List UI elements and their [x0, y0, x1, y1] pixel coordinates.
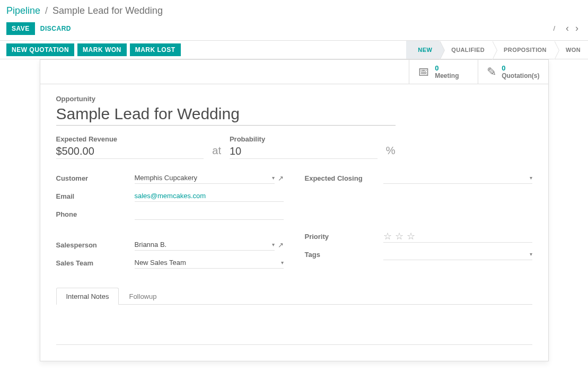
status-bar: NEW QUOTATION MARK WON MARK LOST NEW QUA… [0, 40, 588, 59]
opportunity-label: Opportunity [56, 95, 532, 103]
chevron-down-icon[interactable]: ▾ [272, 175, 275, 181]
priority-field: ☆ ☆ ☆ [383, 230, 532, 243]
phone-field[interactable] [135, 208, 284, 220]
salesperson-field[interactable]: Brianna B. ▾ [135, 239, 275, 251]
salesteam-field[interactable]: New Sales Team ▾ [135, 257, 284, 269]
email-field[interactable]: sales@memcakes.com [135, 190, 284, 202]
salesperson-label: Salesperson [56, 241, 135, 249]
save-button[interactable]: SAVE [6, 22, 35, 35]
stage-new[interactable]: NEW [406, 41, 440, 59]
stat-quotations-count: 0 [502, 64, 539, 72]
tab-followup[interactable]: Followup [119, 288, 166, 305]
pager-separator: / [551, 24, 557, 32]
phone-label: Phone [56, 210, 135, 218]
pager-prev-icon[interactable]: ‹ [563, 22, 572, 35]
star-3-icon[interactable]: ☆ [407, 230, 415, 242]
stat-meeting-label: Meeting [435, 72, 459, 79]
chevron-down-icon[interactable]: ▾ [272, 242, 275, 247]
customer-field[interactable]: Memphis Cupcakery ▾ [135, 172, 275, 184]
stat-meeting-button[interactable]: 📅︎ 0 Meeting [409, 60, 478, 84]
email-value: sales@memcakes.com [135, 192, 206, 200]
mark-lost-button[interactable]: MARK LOST [130, 43, 181, 56]
expected-revenue-input[interactable] [56, 145, 204, 159]
breadcrumb: Pipeline / Sample Lead for Wedding [0, 0, 588, 20]
probability-label: Probability [230, 135, 378, 143]
star-2-icon[interactable]: ☆ [395, 230, 403, 242]
calendar-icon: 📅︎ [418, 66, 429, 78]
mark-won-button[interactable]: MARK WON [77, 43, 127, 56]
email-label: Email [56, 192, 135, 200]
discard-button[interactable]: DISCARD [35, 22, 76, 35]
salesteam-value: New Sales Team [135, 259, 186, 267]
customer-value: Memphis Cupcakery [135, 174, 198, 182]
chevron-down-icon[interactable]: ▾ [530, 175, 532, 181]
tags-field[interactable]: ▾ [383, 248, 532, 260]
stage-proposition[interactable]: PROPOSITION [492, 41, 554, 59]
salesteam-label: Sales Team [56, 259, 135, 267]
star-1-icon[interactable]: ☆ [383, 230, 392, 242]
expected-revenue-label: Expected Revenue [56, 135, 204, 143]
salesperson-value: Brianna B. [135, 241, 167, 248]
stat-meeting-count: 0 [435, 64, 459, 72]
new-quotation-button[interactable]: NEW QUOTATION [6, 43, 74, 56]
breadcrumb-separator: / [45, 5, 48, 16]
pager-next-icon[interactable]: › [572, 22, 582, 35]
percent-text: % [386, 145, 396, 159]
external-link-icon[interactable]: ↗ [278, 241, 284, 249]
expected-closing-field[interactable]: ▾ [383, 172, 532, 184]
expected-closing-label: Expected Closing [305, 174, 383, 182]
tab-internal-notes[interactable]: Internal Notes [56, 288, 119, 305]
opportunity-input[interactable] [56, 105, 396, 126]
breadcrumb-current: Sample Lead for Wedding [52, 5, 163, 16]
breadcrumb-root-link[interactable]: Pipeline [6, 5, 40, 16]
chevron-down-icon[interactable]: ▾ [281, 260, 284, 265]
stat-quotations-button[interactable]: ✎ 0 Quotation(s) [478, 60, 548, 84]
at-text: at [212, 145, 221, 159]
internal-notes-textarea[interactable] [56, 313, 532, 345]
tabs: Internal Notes Followup [56, 287, 532, 305]
priority-label: Priority [305, 233, 383, 241]
stat-quotations-label: Quotation(s) [502, 72, 539, 79]
stage-qualified[interactable]: QUALIFIED [440, 41, 492, 59]
chevron-down-icon[interactable]: ▾ [530, 251, 532, 257]
control-bar: SAVE DISCARD / ‹ › [0, 20, 588, 40]
form-sheet: 📅︎ 0 Meeting ✎ 0 Quotation(s) Opportunit… [40, 59, 549, 361]
tags-label: Tags [305, 251, 383, 259]
pencil-note-icon: ✎ [487, 66, 496, 78]
probability-input[interactable] [230, 145, 378, 159]
external-link-icon[interactable]: ↗ [278, 174, 284, 182]
customer-label: Customer [56, 174, 135, 182]
